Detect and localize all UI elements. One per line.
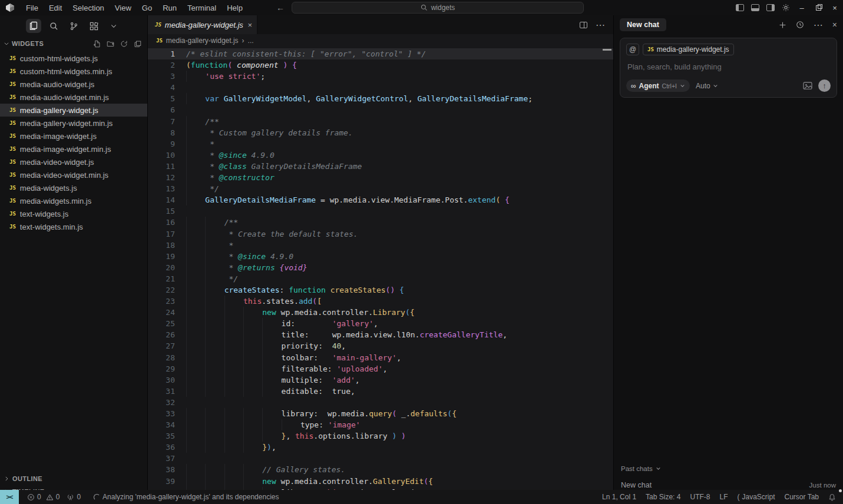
code-line[interactable]: 6 bbox=[148, 104, 613, 115]
line-number[interactable]: 4 bbox=[148, 82, 175, 93]
code-line[interactable]: 37 bbox=[148, 453, 613, 464]
past-chats-toggle[interactable]: Past chats bbox=[621, 465, 836, 472]
line-number[interactable]: 14 bbox=[148, 194, 175, 205]
line-number[interactable]: 6 bbox=[148, 104, 175, 115]
remote-indicator-button[interactable]: >< bbox=[0, 490, 19, 504]
line-number[interactable]: 26 bbox=[148, 329, 175, 340]
file-item[interactable]: JSmedia-audio-widget.min.js bbox=[0, 91, 147, 104]
line-number[interactable]: 9 bbox=[148, 138, 175, 150]
code-line[interactable]: 29 filterable: 'uploaded', bbox=[148, 363, 613, 374]
code-line[interactable]: 11 * @class GalleryDetailsMediaFrame bbox=[148, 161, 613, 172]
notifications-bell-icon[interactable] bbox=[824, 490, 841, 504]
line-number[interactable]: 5 bbox=[148, 93, 175, 104]
line-number[interactable]: 31 bbox=[148, 386, 175, 397]
code-line[interactable]: 35 }, this.options.library ) ) bbox=[148, 430, 613, 442]
file-item[interactable]: JScustom-html-widgets.js bbox=[0, 52, 147, 65]
line-number[interactable]: 7 bbox=[148, 116, 175, 127]
code-line[interactable]: 14 GalleryDetailsMediaFrame = wp.media.v… bbox=[148, 194, 613, 205]
chat-more-icon[interactable]: ⋯ bbox=[814, 19, 823, 31]
past-chat-item[interactable]: New chatJust now bbox=[621, 479, 836, 491]
code-line[interactable]: 39 new wp.media.controller.GalleryEdit({ bbox=[148, 476, 613, 487]
code-line[interactable]: 16 /** bbox=[148, 217, 613, 228]
code-line[interactable]: 18 * bbox=[148, 240, 613, 251]
problems-indicator[interactable]: 0 0 bbox=[24, 490, 63, 504]
line-number[interactable]: 30 bbox=[148, 374, 175, 386]
line-number[interactable]: 27 bbox=[148, 340, 175, 352]
code-line[interactable]: 20 * @returns {void} bbox=[148, 262, 613, 273]
file-item[interactable]: JSmedia-video-widget.min.js bbox=[0, 168, 147, 181]
tab-media-gallery-widget[interactable]: JS media-gallery-widget.js × bbox=[148, 15, 257, 34]
tab-close-icon[interactable]: × bbox=[247, 21, 252, 29]
menu-item-selection[interactable]: Selection bbox=[67, 1, 109, 15]
analysis-status[interactable]: Analyzing 'media-gallery-widget.js' and … bbox=[90, 490, 282, 504]
file-item[interactable]: JSmedia-gallery-widget.js bbox=[0, 104, 147, 117]
code-line[interactable]: 31 editable: true, bbox=[148, 386, 613, 397]
line-number[interactable]: 33 bbox=[148, 408, 175, 419]
line-number[interactable]: 17 bbox=[148, 228, 175, 240]
menu-item-run[interactable]: Run bbox=[157, 1, 182, 15]
menu-item-view[interactable]: View bbox=[110, 1, 137, 15]
line-number[interactable]: 34 bbox=[148, 419, 175, 430]
line-number[interactable]: 10 bbox=[148, 150, 175, 161]
code-line[interactable]: 19 * @since 4.9.0 bbox=[148, 251, 613, 262]
line-number[interactable]: 21 bbox=[148, 273, 175, 284]
file-item[interactable]: JStext-widgets.js bbox=[0, 207, 147, 220]
line-number[interactable]: 11 bbox=[148, 161, 175, 172]
code-line[interactable]: 25 id: 'gallery', bbox=[148, 318, 613, 329]
line-number[interactable]: 8 bbox=[148, 127, 175, 138]
file-item[interactable]: JSmedia-image-widget.min.js bbox=[0, 142, 147, 155]
cursor-position-indicator[interactable]: Ln 1, Col 1 bbox=[597, 490, 641, 504]
chat-close-icon[interactable]: × bbox=[832, 20, 837, 29]
code-line[interactable]: 33 library: wp.media.query( _.defaults({ bbox=[148, 408, 613, 419]
minimap-slider[interactable] bbox=[603, 49, 611, 51]
editor-more-actions-icon[interactable]: ⋯ bbox=[596, 19, 605, 31]
file-item[interactable]: JStext-widgets.min.js bbox=[0, 220, 147, 233]
code-line[interactable]: 9 * bbox=[148, 138, 613, 150]
toggle-primary-sidebar-button[interactable] bbox=[732, 0, 748, 15]
search-view-icon[interactable] bbox=[46, 19, 61, 33]
add-context-button[interactable]: @ bbox=[626, 44, 639, 55]
breadcrumb-file[interactable]: media-gallery-widget.js bbox=[166, 37, 239, 45]
line-number[interactable]: 35 bbox=[148, 430, 175, 442]
menu-item-file[interactable]: File bbox=[21, 1, 44, 15]
code-line[interactable]: 28 toolbar: 'main-gallery', bbox=[148, 352, 613, 363]
encoding-indicator[interactable]: UTF-8 bbox=[685, 490, 715, 504]
collapse-all-icon[interactable] bbox=[134, 40, 141, 48]
code-line[interactable]: 8 * Custom gallery details frame. bbox=[148, 127, 613, 138]
line-number[interactable]: 18 bbox=[148, 240, 175, 251]
line-number[interactable]: 20 bbox=[148, 262, 175, 273]
code-line[interactable]: 7 /** bbox=[148, 116, 613, 127]
file-item[interactable]: JSmedia-widgets.js bbox=[0, 181, 147, 194]
code-line[interactable]: 26 title: wp.media.view.l10n.createGalle… bbox=[148, 329, 613, 340]
line-number[interactable]: 25 bbox=[148, 318, 175, 329]
line-number[interactable]: 39 bbox=[148, 476, 175, 487]
code-line[interactable]: 27 priority: 40, bbox=[148, 340, 613, 352]
line-number[interactable]: 12 bbox=[148, 172, 175, 183]
line-number[interactable]: 29 bbox=[148, 363, 175, 374]
code-line[interactable]: 34 type: 'image' bbox=[148, 419, 613, 430]
new-folder-icon[interactable] bbox=[107, 40, 114, 48]
split-editor-icon[interactable] bbox=[580, 22, 587, 28]
file-item[interactable]: JSmedia-video-widget.js bbox=[0, 155, 147, 168]
indentation-indicator[interactable]: Tab Size: 4 bbox=[641, 490, 685, 504]
code-line[interactable]: 13 */ bbox=[148, 183, 613, 194]
model-selector[interactable]: Auto bbox=[696, 82, 718, 90]
code-line[interactable]: 21 */ bbox=[148, 273, 613, 284]
line-number[interactable]: 38 bbox=[148, 464, 175, 475]
nav-back-button[interactable]: ← bbox=[276, 3, 285, 12]
settings-gear-icon[interactable] bbox=[778, 0, 794, 15]
outline-section[interactable]: OUTLINE bbox=[0, 472, 147, 485]
menu-item-terminal[interactable]: Terminal bbox=[182, 1, 222, 15]
new-file-icon[interactable] bbox=[93, 40, 101, 48]
chat-tab[interactable]: New chat bbox=[620, 18, 666, 31]
line-number[interactable]: 13 bbox=[148, 183, 175, 194]
code-line[interactable]: 3 'use strict'; bbox=[148, 71, 613, 82]
code-line[interactable]: 15 bbox=[148, 205, 613, 217]
file-item[interactable]: JScustom-html-widgets.min.js bbox=[0, 65, 147, 78]
window-close-button[interactable]: × bbox=[827, 0, 843, 15]
code-line[interactable]: 38 // Gallery states. bbox=[148, 464, 613, 475]
toggle-panel-button[interactable] bbox=[748, 0, 763, 15]
code-line[interactable]: 10 * @since 4.9.0 bbox=[148, 150, 613, 161]
line-number[interactable]: 32 bbox=[148, 397, 175, 408]
ports-indicator[interactable]: 0 bbox=[63, 490, 84, 504]
